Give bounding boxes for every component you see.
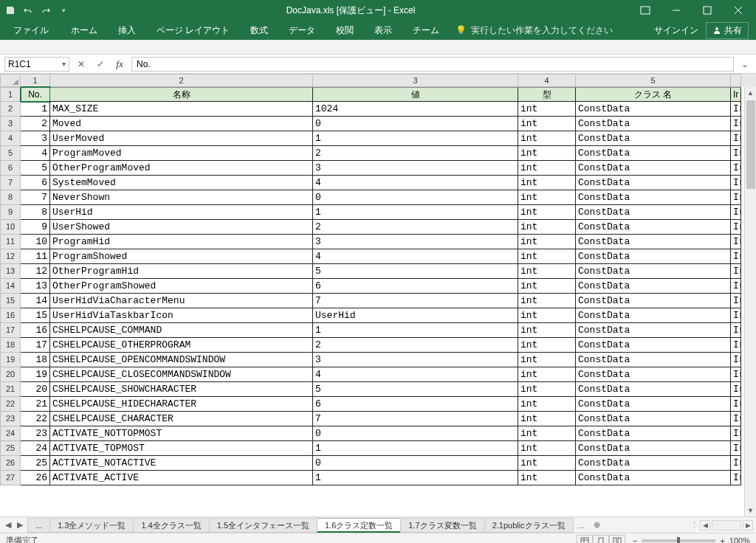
cell[interactable]: Ir [731,412,741,426]
ribbon-tab-file[interactable]: ファイル [1,21,61,40]
cell[interactable]: 0 [313,426,518,441]
ribbon-tab-team[interactable]: チーム [402,21,450,40]
cell[interactable]: ACTIVATE_ACTIVE [50,471,313,485]
cell[interactable]: ConstData [576,353,731,367]
row-header[interactable]: 2 [0,102,21,117]
row-header[interactable]: 18 [0,338,21,353]
row-header[interactable]: 25 [0,441,21,456]
cell[interactable]: 13 [21,279,50,294]
row-header[interactable]: 12 [0,249,21,264]
cell[interactable]: MAX_SIZE [50,102,313,117]
cell[interactable]: UserHid [50,205,313,220]
hscroll-right-icon[interactable]: ▶ [743,520,753,530]
cell[interactable]: ConstData [576,146,731,161]
save-icon[interactable] [3,3,18,18]
minimize-button[interactable] [662,0,691,21]
cell[interactable]: int [518,117,576,131]
close-button[interactable] [724,0,753,21]
cell[interactable]: ProgramMoved [50,146,313,161]
ribbon-tab-pagelayout[interactable]: ページ レイアウト [146,21,240,40]
row-header[interactable]: 17 [0,323,21,338]
cell[interactable]: 21 [21,397,50,412]
cell[interactable]: CSHELPCAUSE_SHOWCHARACTER [50,382,313,397]
hscroll-left-icon[interactable]: ◀ [700,520,710,530]
cell[interactable]: ConstData [576,441,731,456]
row-header[interactable]: 14 [0,279,21,294]
enter-formula-icon[interactable]: ✓ [93,57,108,72]
scroll-down-icon[interactable]: ▼ [745,505,757,516]
cell[interactable]: int [518,220,576,235]
cell[interactable]: 0 [313,190,518,205]
cell[interactable]: 20 [21,382,50,397]
cell[interactable]: 3 [313,161,518,176]
cell[interactable]: ConstData [576,397,731,412]
row-header[interactable]: 15 [0,294,21,308]
cell[interactable]: Moved [50,117,313,131]
cell[interactable]: ConstData [576,220,731,235]
share-button[interactable]: 共有 [706,22,749,39]
col-header[interactable]: 4 [518,74,576,87]
cell[interactable]: 7 [21,190,50,205]
zoom-out-icon[interactable]: − [633,536,637,544]
cell[interactable]: 名称 [50,87,313,102]
hscroll-track[interactable] [712,520,741,530]
cell[interactable]: 10 [21,235,50,249]
row-header[interactable]: 19 [0,353,21,367]
cell[interactable]: CSHELPCAUSE_CLOSECOMMANDSWINDOW [50,367,313,382]
cell[interactable]: UserMoved [50,131,313,146]
cell[interactable]: Ir [731,146,741,161]
scroll-up-icon[interactable]: ▲ [745,87,757,99]
row-header[interactable]: 10 [0,220,21,235]
cell[interactable]: 1 [313,205,518,220]
cell[interactable]: 1024 [313,102,518,117]
nav-next-icon[interactable]: ▶ [15,520,25,530]
cell[interactable]: Ir [731,264,741,279]
cell[interactable]: Ir [731,471,741,485]
zoom-in-icon[interactable]: + [720,536,724,544]
cell[interactable]: ConstData [576,279,731,294]
cell[interactable]: ProgramShowed [50,249,313,264]
cell[interactable]: Ir [731,176,741,190]
sheet-tab[interactable]: 1.5全インタフェース一覧 [209,518,317,533]
nav-prev-icon[interactable]: ◀ [3,520,13,530]
row-header[interactable]: 13 [0,264,21,279]
cell[interactable]: 1 [313,131,518,146]
row-header[interactable]: 22 [0,397,21,412]
sheet-tab[interactable]: 2.1publicクラス一覧 [484,518,574,533]
cell[interactable]: int [518,426,576,441]
qat-dropdown-icon[interactable]: ▾ [56,3,71,18]
col-header[interactable] [731,74,741,87]
fx-icon[interactable]: fx [112,57,127,72]
cell[interactable]: ConstData [576,131,731,146]
cell[interactable]: Ir [731,220,741,235]
cell[interactable]: CSHELPCAUSE_CHARACTER [50,412,313,426]
redo-icon[interactable] [38,3,53,18]
sheet-tab-prev[interactable]: ... [27,518,50,533]
cell[interactable]: ConstData [576,338,731,353]
sheet-tab[interactable]: 1.3全メソッド一覧 [49,518,134,533]
cell[interactable]: NeverShown [50,190,313,205]
cell[interactable]: SystemMoved [50,176,313,190]
cell[interactable]: int [518,308,576,323]
cell[interactable]: 16 [21,323,50,338]
cell[interactable]: 3 [313,235,518,249]
cell[interactable]: ConstData [576,426,731,441]
cell[interactable]: 14 [21,294,50,308]
cell[interactable]: Ir [731,294,741,308]
cell[interactable]: 3 [21,131,50,146]
ribbon-tab-data[interactable]: データ [278,21,326,40]
cell[interactable]: 18 [21,353,50,367]
cell[interactable]: Ir [731,190,741,205]
row-header[interactable]: 16 [0,308,21,323]
cell[interactable]: int [518,456,576,471]
cell[interactable]: int [518,146,576,161]
cell[interactable]: No. [21,87,50,102]
cell[interactable]: Ir [731,249,741,264]
row-header[interactable]: 26 [0,456,21,471]
cell[interactable]: ConstData [576,102,731,117]
cell[interactable]: 0 [313,456,518,471]
cell[interactable]: 15 [21,308,50,323]
cell[interactable]: ConstData [576,249,731,264]
cell[interactable]: ConstData [576,190,731,205]
cell[interactable]: 2 [313,220,518,235]
